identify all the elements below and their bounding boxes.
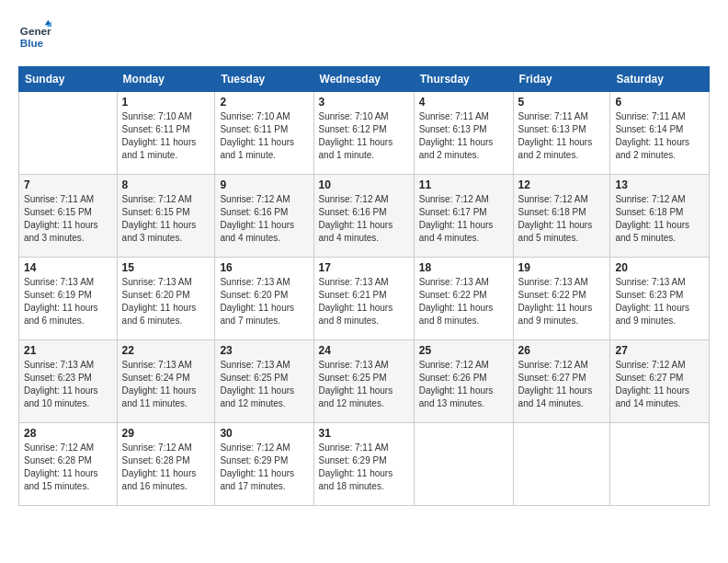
day-info: Sunrise: 7:12 AM Sunset: 6:29 PM Dayligh… (220, 442, 308, 493)
calendar-header-row: SundayMondayTuesdayWednesdayThursdayFrid… (19, 67, 710, 92)
calendar-cell: 13Sunrise: 7:12 AM Sunset: 6:18 PM Dayli… (610, 175, 710, 258)
day-number: 9 (220, 178, 308, 191)
calendar-header-cell: Wednesday (313, 67, 414, 92)
calendar-cell: 5Sunrise: 7:11 AM Sunset: 6:13 PM Daylig… (513, 92, 610, 175)
day-number: 5 (518, 96, 606, 109)
day-info: Sunrise: 7:12 AM Sunset: 6:15 PM Dayligh… (122, 193, 210, 245)
calendar-header-cell: Friday (513, 67, 610, 92)
calendar-cell: 11Sunrise: 7:12 AM Sunset: 6:17 PM Dayli… (414, 175, 513, 258)
day-number: 29 (122, 427, 210, 440)
day-number: 23 (220, 344, 308, 357)
day-info: Sunrise: 7:13 AM Sunset: 6:23 PM Dayligh… (615, 276, 704, 327)
calendar-table: SundayMondayTuesdayWednesdayThursdayFrid… (18, 66, 710, 506)
calendar-cell (610, 423, 710, 506)
calendar-cell (19, 92, 118, 175)
day-info: Sunrise: 7:10 AM Sunset: 6:12 PM Dayligh… (319, 110, 409, 162)
day-number: 11 (419, 178, 508, 191)
day-info: Sunrise: 7:12 AM Sunset: 6:27 PM Dayligh… (518, 359, 606, 410)
calendar-header-cell: Sunday (19, 67, 118, 92)
day-info: Sunrise: 7:11 AM Sunset: 6:15 PM Dayligh… (24, 193, 112, 245)
calendar-week-row: 7Sunrise: 7:11 AM Sunset: 6:15 PM Daylig… (19, 175, 710, 258)
calendar-cell: 18Sunrise: 7:13 AM Sunset: 6:22 PM Dayli… (414, 258, 513, 340)
day-number: 14 (24, 261, 112, 274)
day-number: 20 (615, 261, 704, 274)
calendar-cell: 15Sunrise: 7:13 AM Sunset: 6:20 PM Dayli… (117, 258, 215, 340)
calendar-week-row: 28Sunrise: 7:12 AM Sunset: 6:28 PM Dayli… (19, 423, 710, 506)
day-number: 19 (518, 261, 606, 274)
calendar-week-row: 1Sunrise: 7:10 AM Sunset: 6:11 PM Daylig… (19, 92, 710, 175)
day-info: Sunrise: 7:12 AM Sunset: 6:18 PM Dayligh… (518, 193, 606, 245)
calendar-cell: 1Sunrise: 7:10 AM Sunset: 6:11 PM Daylig… (117, 92, 215, 175)
day-number: 7 (24, 178, 112, 191)
day-number: 31 (319, 427, 409, 440)
day-number: 13 (615, 178, 704, 191)
svg-text:Blue: Blue (20, 37, 44, 49)
day-number: 4 (419, 96, 508, 109)
day-number: 24 (319, 344, 409, 357)
day-info: Sunrise: 7:13 AM Sunset: 6:20 PM Dayligh… (122, 276, 210, 327)
day-number: 2 (220, 96, 308, 109)
day-info: Sunrise: 7:12 AM Sunset: 6:16 PM Dayligh… (220, 193, 308, 245)
day-number: 1 (122, 96, 210, 109)
day-number: 16 (220, 261, 308, 274)
calendar-header-cell: Monday (117, 67, 215, 92)
calendar-cell: 10Sunrise: 7:12 AM Sunset: 6:16 PM Dayli… (313, 175, 414, 258)
calendar-cell: 29Sunrise: 7:12 AM Sunset: 6:28 PM Dayli… (117, 423, 215, 506)
calendar-cell: 7Sunrise: 7:11 AM Sunset: 6:15 PM Daylig… (19, 175, 118, 258)
day-info: Sunrise: 7:12 AM Sunset: 6:17 PM Dayligh… (419, 193, 508, 245)
day-info: Sunrise: 7:12 AM Sunset: 6:18 PM Dayligh… (615, 193, 704, 245)
day-info: Sunrise: 7:10 AM Sunset: 6:11 PM Dayligh… (122, 110, 210, 162)
calendar-cell: 28Sunrise: 7:12 AM Sunset: 6:28 PM Dayli… (19, 423, 118, 506)
day-info: Sunrise: 7:13 AM Sunset: 6:25 PM Dayligh… (220, 359, 308, 410)
day-number: 18 (419, 261, 508, 274)
calendar-cell: 12Sunrise: 7:12 AM Sunset: 6:18 PM Dayli… (513, 175, 610, 258)
calendar-cell: 16Sunrise: 7:13 AM Sunset: 6:20 PM Dayli… (215, 258, 313, 340)
calendar-cell: 22Sunrise: 7:13 AM Sunset: 6:24 PM Dayli… (117, 340, 215, 423)
day-info: Sunrise: 7:13 AM Sunset: 6:22 PM Dayligh… (518, 276, 606, 327)
calendar-cell: 25Sunrise: 7:12 AM Sunset: 6:26 PM Dayli… (414, 340, 513, 423)
day-info: Sunrise: 7:11 AM Sunset: 6:29 PM Dayligh… (319, 442, 409, 493)
calendar-cell: 27Sunrise: 7:12 AM Sunset: 6:27 PM Dayli… (610, 340, 710, 423)
day-info: Sunrise: 7:13 AM Sunset: 6:21 PM Dayligh… (319, 276, 409, 327)
calendar-cell: 9Sunrise: 7:12 AM Sunset: 6:16 PM Daylig… (215, 175, 313, 258)
day-info: Sunrise: 7:10 AM Sunset: 6:11 PM Dayligh… (220, 110, 308, 162)
calendar-cell (513, 423, 610, 506)
day-info: Sunrise: 7:12 AM Sunset: 6:26 PM Dayligh… (419, 359, 508, 410)
calendar-cell: 6Sunrise: 7:11 AM Sunset: 6:14 PM Daylig… (610, 92, 710, 175)
day-info: Sunrise: 7:13 AM Sunset: 6:22 PM Dayligh… (419, 276, 508, 327)
day-info: Sunrise: 7:12 AM Sunset: 6:16 PM Dayligh… (319, 193, 409, 245)
day-number: 27 (615, 344, 704, 357)
calendar-cell: 24Sunrise: 7:13 AM Sunset: 6:25 PM Dayli… (313, 340, 414, 423)
day-info: Sunrise: 7:13 AM Sunset: 6:20 PM Dayligh… (220, 276, 308, 327)
day-number: 6 (615, 96, 704, 109)
day-info: Sunrise: 7:11 AM Sunset: 6:13 PM Dayligh… (518, 110, 606, 162)
calendar-week-row: 21Sunrise: 7:13 AM Sunset: 6:23 PM Dayli… (19, 340, 710, 423)
calendar-header-cell: Saturday (610, 67, 710, 92)
day-number: 26 (518, 344, 606, 357)
day-info: Sunrise: 7:13 AM Sunset: 6:19 PM Dayligh… (24, 276, 112, 327)
calendar-header-cell: Tuesday (215, 67, 313, 92)
calendar-cell: 21Sunrise: 7:13 AM Sunset: 6:23 PM Dayli… (19, 340, 118, 423)
calendar-cell: 3Sunrise: 7:10 AM Sunset: 6:12 PM Daylig… (313, 92, 414, 175)
day-info: Sunrise: 7:12 AM Sunset: 6:28 PM Dayligh… (24, 442, 112, 493)
page-header: General Blue (18, 18, 710, 52)
calendar-week-row: 14Sunrise: 7:13 AM Sunset: 6:19 PM Dayli… (19, 258, 710, 340)
day-number: 21 (24, 344, 112, 357)
calendar-header-cell: Thursday (414, 67, 513, 92)
day-number: 15 (122, 261, 210, 274)
day-info: Sunrise: 7:13 AM Sunset: 6:23 PM Dayligh… (24, 359, 112, 410)
day-number: 25 (419, 344, 508, 357)
calendar-cell (414, 423, 513, 506)
calendar-body: 1Sunrise: 7:10 AM Sunset: 6:11 PM Daylig… (19, 92, 710, 506)
day-info: Sunrise: 7:12 AM Sunset: 6:27 PM Dayligh… (615, 359, 704, 410)
day-number: 10 (319, 178, 409, 191)
calendar-cell: 20Sunrise: 7:13 AM Sunset: 6:23 PM Dayli… (610, 258, 710, 340)
calendar-cell: 17Sunrise: 7:13 AM Sunset: 6:21 PM Dayli… (313, 258, 414, 340)
day-number: 3 (319, 96, 409, 109)
day-number: 8 (122, 178, 210, 191)
logo-icon: General Blue (18, 18, 51, 52)
day-info: Sunrise: 7:11 AM Sunset: 6:13 PM Dayligh… (419, 110, 508, 162)
calendar-cell: 4Sunrise: 7:11 AM Sunset: 6:13 PM Daylig… (414, 92, 513, 175)
day-number: 22 (122, 344, 210, 357)
day-info: Sunrise: 7:11 AM Sunset: 6:14 PM Dayligh… (615, 110, 704, 162)
